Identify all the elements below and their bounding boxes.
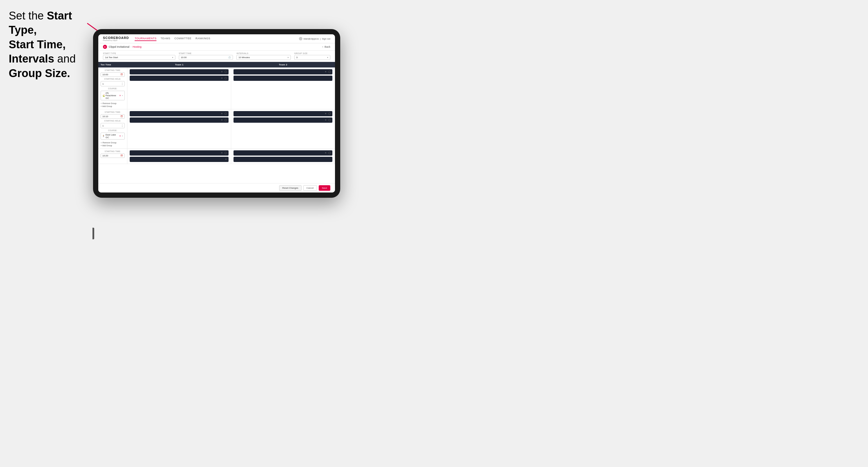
action-links-1: ○ Remove Group + Add Group — [101, 102, 125, 107]
start-type-label: Start Type — [103, 52, 175, 54]
player-circle-icon — [328, 152, 331, 154]
nav-tabs: TOURNAMENTS TEAMS COMMITTEE RANKINGS — [135, 36, 299, 41]
user-avatar — [299, 37, 303, 40]
course-tag-1: ⛳ (A) Peachtree GC ✕ — [102, 92, 121, 99]
start-type-arrow-icon: ▾ — [172, 56, 173, 59]
logo-area: SCOREBOARD Powered by clippd — [103, 36, 129, 41]
start-type-group: Start Type 1st Tee Start ▾ — [103, 52, 175, 60]
breadcrumb-separator: › — [130, 45, 131, 48]
tee-group-2: STARTING TIME: 10:10 ⏰ STARTING HOLE: 1 … — [98, 109, 335, 149]
player-remove-icon[interactable]: ✕ — [221, 113, 223, 115]
course-remove-1[interactable]: ✕ — [119, 94, 121, 97]
player-row: ✕ — [130, 150, 228, 156]
course-label-2: COURSE: — [101, 129, 125, 131]
back-button[interactable]: ‹ Back — [322, 45, 330, 48]
action-bar: Reset Changes Cancel Save — [98, 183, 335, 192]
remove-icon-1: ○ — [101, 102, 102, 105]
intervals-arrow-icon: ▾ — [287, 56, 289, 59]
col-header-team1: Team 1 — [127, 62, 231, 67]
logo-sub: Powered by clippd — [103, 39, 129, 41]
starting-time-input-3[interactable]: 10:20 ⏰ — [101, 154, 125, 158]
player-row: ✕ — [234, 118, 332, 123]
player-circle-icon — [328, 113, 331, 115]
tee-table: STARTING TIME: 10:00 ⏰ STARTING HOLE: 1 … — [98, 67, 335, 183]
course-flag-icon-2: 🏌 — [102, 135, 105, 137]
starting-hole-spinner-1[interactable]: 1 ▲▼ — [101, 81, 125, 86]
player-remove-icon[interactable]: ✕ — [225, 158, 227, 160]
breadcrumb-tournament[interactable]: Clippd Invitational — [109, 45, 129, 48]
course-remove-2[interactable]: ✕ — [119, 135, 121, 137]
start-type-select[interactable]: 1st Tee Start ▾ — [103, 55, 175, 60]
time-icon-1: ⏰ — [120, 73, 123, 76]
table-header: Tee Time Team 1 Team 2 — [98, 62, 335, 67]
player-remove-icon[interactable]: ✕ — [221, 119, 223, 121]
player-circle-icon — [224, 152, 227, 154]
course-tag-2: 🏌 East Lake GC ✕ — [102, 133, 121, 139]
course-dropdown-icon-1: ▾ — [122, 94, 123, 97]
tee-group-3: STARTING TIME: 10:20 ⏰ ✕ ✕ — [98, 149, 335, 164]
player-row: ✕ — [130, 157, 228, 162]
team1-col-1: ✕ ✕ — [127, 67, 231, 109]
time-icon-2: ⏰ — [120, 116, 123, 118]
player-remove-icon[interactable]: ✕ — [325, 113, 327, 115]
start-time-label: Start Time — [179, 52, 233, 54]
save-button[interactable]: Save — [319, 185, 330, 191]
nav-tab-committee[interactable]: COMMITTEE — [175, 36, 192, 41]
starting-hole-spinner-2[interactable]: 1 ▲▼ — [101, 123, 125, 128]
starting-time-label-3: STARTING TIME: — [101, 150, 125, 152]
player-circle-icon — [328, 71, 331, 73]
start-time-select[interactable]: 10:00 🕐 — [179, 55, 233, 60]
tee-group-3-left: STARTING TIME: 10:20 ⏰ — [98, 149, 127, 164]
reset-changes-button[interactable]: Reset Changes — [279, 185, 302, 191]
instruction-text: Set the Start Type,Start Time,Intervals … — [9, 9, 90, 81]
course-name-1: (A) Peachtree GC — [105, 92, 119, 99]
starting-time-label-1: STARTING TIME: — [101, 69, 125, 71]
player-remove-icon[interactable]: ✕ — [221, 71, 223, 73]
player-remove-icon[interactable]: ✕ — [221, 152, 223, 154]
tee-group-2-left: STARTING TIME: 10:10 ⏰ STARTING HOLE: 1 … — [98, 109, 127, 148]
group-size-group: Group Size 3 ▾ — [294, 52, 330, 60]
player-remove-icon[interactable]: ✕ — [221, 77, 223, 80]
intervals-value: 10 Minutes — [239, 56, 250, 59]
remove-group-link-2[interactable]: ○ Remove Group — [101, 141, 125, 144]
instruction-panel: Set the Start Type,Start Time,Intervals … — [9, 9, 90, 81]
add-group-link-1[interactable]: + Add Group — [101, 105, 125, 107]
course-label-1: COURSE: — [101, 88, 125, 90]
player-remove-icon[interactable]: ✕ — [325, 71, 327, 73]
course-select-1[interactable]: ⛳ (A) Peachtree GC ✕ ▾ — [101, 91, 125, 100]
player-row — [234, 75, 332, 81]
remove-group-link-1[interactable]: ○ Remove Group — [101, 102, 125, 105]
intervals-group: Intervals 10 Minutes ▾ — [237, 52, 291, 60]
start-time-clock-icon: 🕐 — [228, 56, 231, 59]
starting-time-input-1[interactable]: 10:00 ⏰ — [101, 72, 125, 77]
add-group-link-2[interactable]: + Add Group — [101, 145, 125, 147]
nav-tab-teams[interactable]: TEAMS — [160, 36, 170, 41]
logo-text: SCOREBOARD — [103, 36, 129, 39]
start-time-group: Start Time 10:00 🕐 — [179, 52, 233, 60]
player-circle-icon — [328, 119, 331, 121]
player-circle-icon — [224, 71, 227, 73]
nav-tab-tournaments[interactable]: TOURNAMENTS — [135, 36, 156, 41]
starting-time-input-2[interactable]: 10:10 ⏰ — [101, 114, 125, 119]
side-tab — [92, 228, 94, 239]
start-time-value: 10:00 — [181, 56, 187, 59]
start-type-value: 1st Tee Start — [105, 56, 118, 59]
back-chevron-icon: ‹ — [322, 45, 323, 48]
player-remove-icon[interactable]: ✕ — [325, 119, 327, 121]
nav-separator: | — [320, 37, 321, 40]
intervals-select[interactable]: 10 Minutes ▾ — [237, 55, 291, 60]
team1-col-3: ✕ ✕ — [127, 149, 231, 164]
player-remove-icon[interactable]: ✕ — [325, 152, 327, 154]
course-flag-icon-1: ⛳ — [102, 94, 105, 97]
brand-logo: C — [103, 45, 107, 49]
group-size-arrow-icon: ▾ — [327, 56, 328, 59]
cancel-button[interactable]: Cancel — [303, 185, 317, 191]
intervals-label: Intervals — [237, 52, 291, 54]
group-size-label: Group Size — [294, 52, 330, 54]
nav-tab-rankings[interactable]: RANKINGS — [195, 36, 210, 41]
group-size-select[interactable]: 3 ▾ — [294, 55, 330, 60]
sign-out-link[interactable]: Sign out — [322, 37, 330, 40]
remove-icon-2: ○ — [101, 141, 102, 144]
settings-bar: Start Type 1st Tee Start ▾ Start Time 10… — [98, 51, 335, 62]
course-select-2[interactable]: 🏌 East Lake GC ✕ ▾ — [101, 133, 125, 139]
